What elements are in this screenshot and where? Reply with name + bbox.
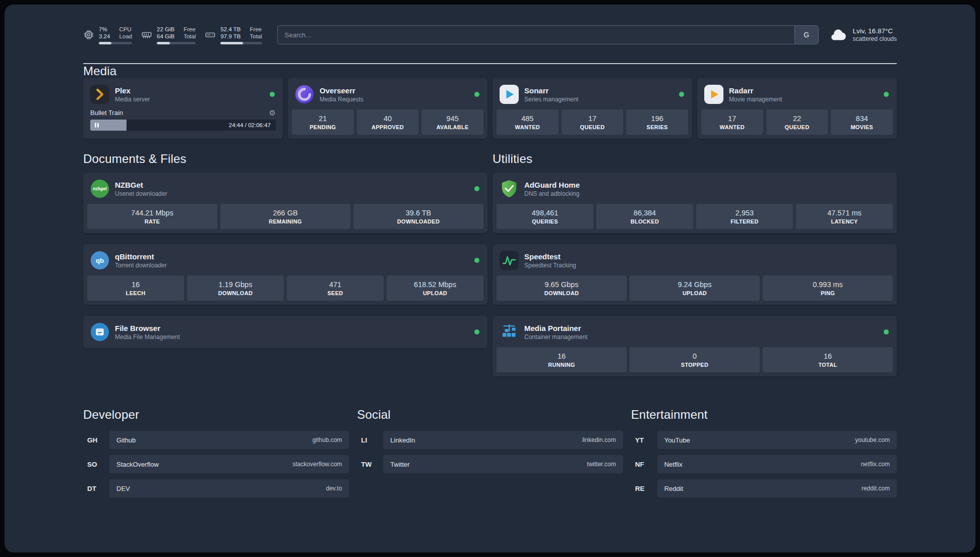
bookmark-twitter[interactable]: TW Twittertwitter.com [357, 455, 623, 473]
stat-tile: 0STOPPED [630, 347, 760, 372]
app-title: AdGuard Home [524, 181, 580, 189]
app-card-radarr[interactable]: Radarr Movie management 17WANTED 22QUEUE… [697, 78, 897, 139]
app-card-speedtest[interactable]: Speedtest Speedtest Tracking 9.65 GbpsDO… [493, 244, 897, 305]
bookmark-linkedin[interactable]: LI LinkedInlinkedin.com [357, 431, 623, 449]
ram-free: 22 GiB [157, 26, 174, 33]
stat-tile: 16LEECH [87, 275, 184, 301]
ram-total: 64 GiB [157, 33, 174, 40]
app-title: File Browser [115, 324, 180, 332]
adguard-icon [500, 179, 519, 198]
plex-icon [90, 85, 109, 104]
app-stats: 16RUNNING 0STOPPED 16TOTAL [497, 347, 893, 372]
app-stats: 21PENDING 40APPROVED 945AVAILABLE [292, 109, 483, 135]
app-card-portainer[interactable]: Media Portainer Container management 16R… [493, 316, 897, 376]
disk-free: 52.4 TB [220, 26, 240, 33]
system-monitors: 7% 3.24 CPU Load [83, 26, 262, 44]
stat-tile: 39.6 TBDOWNLOADED [353, 204, 483, 229]
weather-condition: scattered clouds [853, 35, 897, 42]
app-subtitle: Series management [524, 96, 578, 103]
app-card-nzbget[interactable]: nzbget NZBGet Usenet downloader 744.21 M… [83, 173, 487, 233]
app-card-overseerr[interactable]: Overseerr Media Requests 21PENDING 40APP… [288, 78, 487, 139]
cpu-percent: 7% [99, 26, 110, 33]
stat-tile: 196SERIES [626, 109, 688, 135]
app-title: Sonarr [524, 86, 578, 95]
search-bar: G [277, 25, 819, 44]
status-dot [679, 92, 684, 97]
ram-label-top: Free [183, 26, 196, 33]
disk-total: 97.9 TB [220, 33, 240, 40]
utilities-column: Utilities AdGuard Home DNS and adblockin… [493, 152, 897, 376]
stat-tile: 485WANTED [497, 109, 559, 135]
weather-location: Lviv, 16.87°C [853, 27, 897, 35]
status-dot [474, 186, 479, 191]
bookmark-heading-entertainment: Entertainment [631, 408, 897, 422]
stat-tile: 2,953FILTERED [696, 204, 793, 229]
app-card-sonarr[interactable]: Sonarr Series management 485WANTED 17QUE… [493, 78, 692, 139]
bookmark-youtube[interactable]: YT YouTubeyoutube.com [631, 431, 897, 449]
bookmark-reddit[interactable]: RE Redditreddit.com [631, 479, 897, 497]
section-heading-utilities: Utilities [493, 152, 897, 166]
bookmark-url: netflix.com [861, 461, 890, 468]
stat-tile: 744.21 MbpsRATE [87, 204, 217, 229]
app-card-filebrowser[interactable]: File Browser Media File Management [83, 316, 487, 348]
bookmark-dev[interactable]: DT DEVdev.to [83, 479, 349, 497]
section-heading-documents: Documents & Files [83, 152, 487, 166]
app-stats: 498,461QUERIES 86,384BLOCKED 2,953FILTER… [497, 204, 893, 229]
app-title: Plex [115, 86, 150, 95]
status-dot [270, 92, 275, 97]
app-subtitle: Media server [115, 96, 150, 103]
stat-tile: 22QUEUED [766, 109, 828, 135]
search-engine-button[interactable]: G [794, 26, 818, 44]
cpu-icon [83, 29, 94, 40]
status-dot [474, 92, 479, 97]
stat-tile: 834MOVIES [831, 109, 893, 135]
bookmark-abbr: LI [357, 436, 383, 444]
bookmark-github[interactable]: GH Githubgithub.com [83, 431, 349, 449]
svg-text:qb: qb [96, 257, 104, 264]
app-card-plex[interactable]: Plex Media server Bullet Train ⚙ 24:44 /… [83, 78, 283, 139]
bookmark-abbr: YT [631, 436, 657, 444]
search-input[interactable] [278, 26, 794, 44]
track-title: Bullet Train [90, 109, 123, 117]
stat-tile: 945AVAILABLE [421, 109, 483, 135]
gear-icon[interactable]: ⚙ [269, 109, 276, 117]
app-subtitle: Movie management [729, 96, 782, 103]
bookmark-url: linkedin.com [582, 436, 616, 443]
bookmark-netflix[interactable]: NF Netflixnetflix.com [631, 455, 897, 473]
stat-tile: 1.19 GbpsDOWNLOAD [187, 275, 284, 301]
bookmark-name: Github [116, 436, 136, 444]
bookmark-name: StackOverflow [116, 461, 159, 468]
app-card-adguard[interactable]: AdGuard Home DNS and adblocking 498,461Q… [493, 173, 897, 233]
app-stats: 744.21 MbpsRATE 266 GBREMAINING 39.6 TBD… [87, 204, 483, 229]
stat-tile: 16RUNNING [497, 347, 627, 372]
status-dot [884, 92, 889, 97]
stat-tile: 16TOTAL [763, 347, 893, 372]
nzbget-icon: nzbget [90, 179, 109, 198]
app-stats: 17WANTED 22QUEUED 834MOVIES [701, 109, 893, 135]
disk-label-bottom: Total [250, 33, 262, 40]
app-title: qBittorrent [115, 252, 167, 261]
bookmark-name: Reddit [664, 485, 684, 492]
bookmarks-section: Developer GH Githubgithub.com SO StackOv… [83, 408, 897, 519]
app-subtitle: Usenet downloader [115, 190, 167, 197]
playback-progress-bar[interactable]: 24:44 / 02:06:47 [90, 120, 276, 131]
cpu-usage-bar [99, 42, 132, 44]
bookmark-heading-developer: Developer [83, 408, 349, 422]
top-bar: 7% 3.24 CPU Load [83, 25, 897, 45]
documents-column: Documents & Files nzbget NZBGet Usenet d… [83, 152, 487, 348]
app-subtitle: Media File Management [115, 333, 180, 341]
stat-tile: 9.65 GbpsDOWNLOAD [497, 275, 627, 301]
disk-monitor: 52.4 TB 97.9 TB Free Total [205, 26, 262, 44]
app-subtitle: Container management [524, 333, 587, 341]
app-title: NZBGet [115, 181, 167, 189]
app-subtitle: Torrent downloader [115, 262, 167, 269]
bookmark-name: Netflix [664, 461, 683, 468]
stat-tile: 40APPROVED [357, 109, 419, 135]
pause-icon[interactable] [95, 123, 99, 128]
bookmark-stackoverflow[interactable]: SO StackOverflowstackoverflow.com [83, 455, 349, 473]
app-subtitle: DNS and adblocking [524, 190, 580, 197]
bookmark-name: DEV [116, 485, 130, 492]
bookmark-url: dev.to [326, 485, 342, 492]
bookmark-url: youtube.com [855, 436, 890, 443]
app-card-qbittorrent[interactable]: qb qBittorrent Torrent downloader 16LEEC… [83, 244, 487, 305]
